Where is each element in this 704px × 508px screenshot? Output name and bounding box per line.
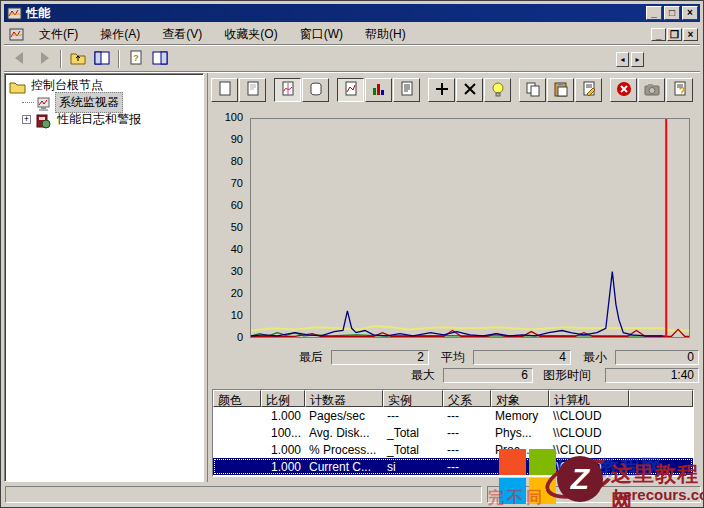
- view-current-activity-button[interactable]: [274, 78, 301, 102]
- column-header-2[interactable]: 计数器: [305, 390, 383, 407]
- stat-label-average: 平均: [441, 350, 471, 365]
- view-log-data-button[interactable]: [302, 78, 329, 102]
- show-hide-tree-button[interactable]: [90, 48, 114, 70]
- y-axis-tick: 0: [209, 331, 243, 343]
- menu-favorites[interactable]: 收藏夹(O): [213, 24, 288, 44]
- stat-value-minimum: 0: [615, 350, 699, 365]
- mdi-close-button[interactable]: ×: [683, 28, 698, 41]
- menu-window[interactable]: 窗口(W): [289, 24, 354, 44]
- y-axis-tick: 60: [209, 199, 243, 211]
- counter-row[interactable]: 1.000Current C...si---\\CLOUD: [213, 458, 693, 475]
- view-histogram-button[interactable]: [365, 78, 392, 102]
- column-header-1[interactable]: 比例: [261, 390, 305, 407]
- show-action-pane-button[interactable]: [148, 48, 172, 70]
- menu-action[interactable]: 操作(A): [89, 24, 151, 44]
- toolbar-separator: [60, 50, 62, 68]
- forward-button[interactable]: [32, 48, 56, 70]
- copy-icon: [524, 81, 542, 100]
- counter-cell-scale: 100...: [261, 426, 305, 440]
- counter-row[interactable]: 1.000Pages/sec------Memory\\CLOUD: [213, 407, 693, 424]
- copy-properties-button[interactable]: [519, 78, 546, 102]
- column-header-0[interactable]: 颜色: [213, 390, 261, 407]
- update-data-button[interactable]: [638, 78, 665, 102]
- y-axis-tick: 90: [209, 133, 243, 145]
- tree-item-1[interactable]: 系统监视器: [8, 94, 203, 111]
- paste-counter-list-button[interactable]: [547, 78, 574, 102]
- y-axis-tick: 30: [209, 265, 243, 277]
- clear-display-button[interactable]: [239, 78, 266, 102]
- column-header-6[interactable]: 计算机: [549, 390, 629, 407]
- log-data-icon: [307, 81, 325, 100]
- counter-cell-counter: Current C...: [305, 460, 383, 474]
- tree-item-label: 性能日志和警报: [54, 110, 144, 129]
- smhelp-icon: ?: [671, 81, 689, 100]
- counter-cell-computer: \\CLOUD: [549, 409, 629, 423]
- histogram-icon: [370, 81, 388, 100]
- counter-cell-scale: 1.000: [261, 460, 305, 474]
- menu-help[interactable]: 帮助(H): [354, 24, 417, 44]
- mdi-restore-button[interactable]: ❐: [667, 28, 682, 41]
- window-title: 性能: [26, 5, 50, 22]
- new-set-icon: [216, 81, 234, 100]
- new-counter-set-button[interactable]: [211, 78, 238, 102]
- freeze-display-button[interactable]: [610, 78, 637, 102]
- column-header-5[interactable]: 对象: [491, 390, 549, 407]
- clear-icon: [244, 81, 262, 100]
- menu-view[interactable]: 查看(V): [151, 24, 213, 44]
- properties-button[interactable]: [575, 78, 602, 102]
- counter-cell-instance: _Total: [383, 426, 443, 440]
- performance-chart: [250, 118, 690, 338]
- y-axis-tick: 70: [209, 177, 243, 189]
- up-one-level-button[interactable]: [66, 48, 90, 70]
- back-button[interactable]: [8, 48, 32, 70]
- counter-cell-object: Proc...: [491, 443, 549, 457]
- column-header-4[interactable]: 父系: [443, 390, 491, 407]
- counter-cell-instance: ---: [383, 409, 443, 423]
- y-axis-tick: 20: [209, 287, 243, 299]
- up-folder-icon: [69, 50, 87, 69]
- counter-cell-counter: Pages/sec: [305, 409, 383, 423]
- stat-value-graph-time: 1:40: [605, 368, 699, 383]
- stat-label-last: 最后: [299, 350, 329, 365]
- close-button[interactable]: ×: [682, 6, 698, 20]
- svg-text:?: ?: [678, 86, 684, 97]
- counter-cell-instance: _Total: [383, 443, 443, 457]
- graph-icon: [342, 81, 360, 100]
- paste-icon: [552, 81, 570, 100]
- delete-counter-button[interactable]: [456, 78, 483, 102]
- console-window-icon: [8, 27, 24, 42]
- perflogs-icon: [34, 113, 50, 127]
- add-counter-button[interactable]: [428, 78, 455, 102]
- title-bar[interactable]: 性能 _ □ ×: [4, 4, 700, 22]
- counter-cell-scale: 1.000: [261, 443, 305, 457]
- counter-table-header: 颜色比例计数器实例父系对象计算机: [213, 390, 693, 407]
- highlight-button[interactable]: [484, 78, 511, 102]
- toolbar-scroll-right-button[interactable]: ▸: [631, 52, 644, 67]
- activity-icon: [279, 81, 297, 100]
- mdi-minimize-button[interactable]: _: [651, 28, 666, 41]
- counter-row[interactable]: 1.000% Process..._Total---Proc...\\CLOUD: [213, 441, 693, 458]
- minimize-button[interactable]: _: [646, 6, 662, 20]
- menu-bar: 文件(F)操作(A)查看(V)收藏夹(O)窗口(W)帮助(H) _ ❐ ×: [4, 23, 700, 46]
- back-icon: [11, 50, 29, 69]
- tree-item-2[interactable]: +性能日志和警报: [8, 111, 203, 128]
- help-button[interactable]: ?: [124, 48, 148, 70]
- view-report-button[interactable]: [393, 78, 420, 102]
- toolbar-scroll-left-button[interactable]: ◂: [616, 52, 629, 67]
- sysmon-icon: [35, 96, 51, 110]
- sysmon-help-button[interactable]: ?: [666, 78, 693, 102]
- counter-cell-counter: Avg. Disk...: [305, 426, 383, 440]
- counter-cell-computer: \\CLOUD: [549, 443, 629, 457]
- action-pane-icon: [151, 50, 169, 69]
- counter-row[interactable]: 100...Avg. Disk..._Total---Phys...\\CLOU…: [213, 424, 693, 441]
- console-tree: 控制台根节点系统监视器+性能日志和警报: [4, 73, 204, 482]
- nav-toolbar: ? ◂ ▸: [4, 47, 700, 72]
- counter-cell-computer: \\CLOUD: [549, 426, 629, 440]
- column-header-3[interactable]: 实例: [383, 390, 443, 407]
- stat-value-maximum: 6: [443, 368, 533, 383]
- expander-icon[interactable]: +: [22, 115, 31, 124]
- view-graph-button[interactable]: [337, 78, 364, 102]
- menu-file[interactable]: 文件(F): [28, 24, 89, 44]
- forward-icon: [35, 50, 53, 69]
- maximize-button[interactable]: □: [664, 6, 680, 20]
